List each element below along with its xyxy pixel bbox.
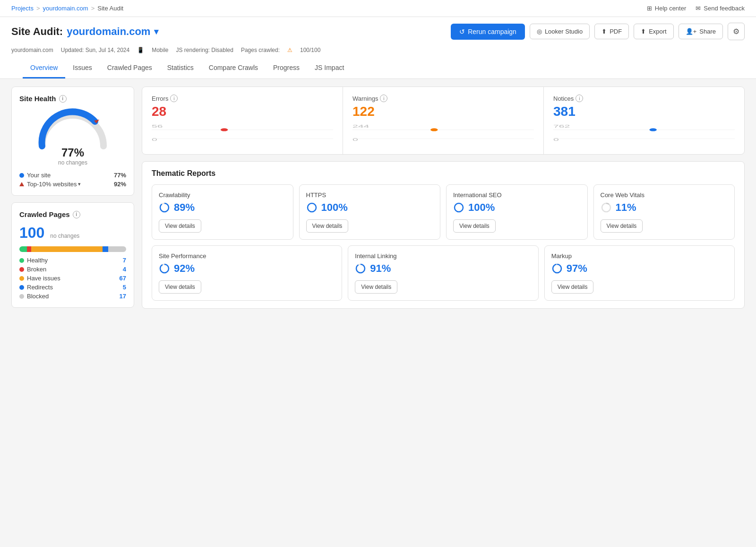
gauge-subtext: no changes [58,159,87,166]
your-site-value: 77% [114,172,126,179]
share-icon: 👤+ [686,28,697,35]
crawled-pages-card: Crawled Pages i 100 no changes Healthy 7… [11,202,134,308]
view-details-button[interactable]: View details [306,219,349,233]
help-center-link[interactable]: ⊞ Help center [647,5,686,12]
stat-info-icon[interactable]: i [380,95,387,102]
svg-point-8 [430,128,438,131]
nav-tab-progress[interactable]: Progress [266,58,307,78]
stat-card: Notices i 381 762 0 [544,87,744,154]
stat-label-text: Notices [553,95,574,102]
nav-tab-compare-crawls[interactable]: Compare Crawls [201,58,266,78]
view-details-button[interactable]: View details [551,280,594,294]
breadcrumb-domain[interactable]: yourdomain.com [43,5,88,12]
svg-point-27 [553,264,561,273]
legend-your-site: Your site 77% [19,172,126,179]
site-health-info-icon[interactable]: i [59,95,67,103]
stat-label-text: Warnings [352,95,378,102]
meta-updated: Updated: Sun, Jul 14, 2024 [61,47,129,53]
export-button[interactable]: ⬆ Export [634,24,674,39]
breadcrumb-sep2: > [91,5,95,12]
top-sites-label[interactable]: Top-10% websites [27,181,77,188]
report-item: HTTPS 100% View details [299,184,441,240]
nav-tab-issues[interactable]: Issues [65,58,99,78]
looker-label: Looker Studio [545,28,583,35]
crawled-pages-info-icon[interactable]: i [73,211,80,218]
meta-js-rendering: JS rendering: Disabled [176,47,233,53]
crawled-legend-item: Healthy 7 [19,257,126,264]
nav-tab-statistics[interactable]: Statistics [160,58,201,78]
header-row: Site Audit: yourdomain.com ▾ ↺ Rerun cam… [11,23,745,40]
header-actions: ↺ Rerun campaign ◎ Looker Studio ⬆ PDF ⬆… [451,23,745,40]
view-details-button[interactable]: View details [159,280,201,294]
gauge-chart [35,108,111,151]
stat-info-icon[interactable]: i [170,95,178,102]
legend-item-value[interactable]: 67 [120,275,126,282]
svg-text:0: 0 [553,137,559,142]
stat-label: Errors i [152,95,333,102]
meta-device: Mobile [152,47,168,53]
svg-text:762: 762 [553,123,570,128]
legend-item-value[interactable]: 17 [120,293,126,300]
stat-label: Warnings i [352,95,534,102]
svg-text:0: 0 [152,137,157,142]
progress-segment [27,246,31,252]
stat-info-icon[interactable]: i [576,95,583,102]
nav-tab-js-impact[interactable]: JS Impact [307,58,352,78]
view-details-button[interactable]: View details [355,280,397,294]
report-name: International SEO [453,191,581,199]
view-details-button[interactable]: View details [453,219,496,233]
crawled-legend-item: Have issues 67 [19,275,126,282]
progress-segment [19,246,27,252]
view-details-button[interactable]: View details [601,219,643,233]
share-button[interactable]: 👤+ Share [679,24,723,39]
rerun-campaign-button[interactable]: ↺ Rerun campaign [451,24,525,40]
progress-segment [103,246,108,252]
gauge-container: 77% no changes [19,108,126,166]
nav-tab-crawled-pages[interactable]: Crawled Pages [100,58,160,78]
domain-dropdown-chevron[interactable]: ▾ [154,26,158,37]
report-percent-value: 92% [174,262,195,275]
breadcrumb-projects[interactable]: Projects [11,5,34,12]
mini-chart: 762 0 [553,123,735,147]
pdf-button[interactable]: ⬆ PDF [594,24,629,39]
report-percent-value: 11% [616,201,636,214]
view-details-button[interactable]: View details [159,219,201,233]
crawled-pages-title-label: Crawled Pages [19,210,70,218]
crawled-count-row: 100 no changes [19,224,126,242]
thematic-reports-title: Thematic Reports [152,169,735,178]
export-label: Export [649,28,667,35]
settings-button[interactable]: ⚙ [728,23,745,40]
nav-tab-overview[interactable]: Overview [23,58,65,78]
legend-item-label: Redirects [27,284,53,291]
report-item: International SEO 100% View details [446,184,588,240]
domain-title[interactable]: yourdomain.com [67,26,150,38]
stat-value: 28 [152,104,333,119]
progress-segment [108,246,126,252]
top-sites-chevron[interactable]: ▾ [78,181,81,187]
report-percent: 11% [601,201,728,214]
mini-chart-svg: 56 0 [152,123,333,142]
site-audit-label: Site Audit: [11,26,63,38]
legend-item-value[interactable]: 7 [123,257,126,264]
device-icon: 📱 [137,47,144,53]
report-name: Markup [551,252,728,260]
main-content: Site Health i 77% no changes [0,79,756,363]
legend-item-label: Blocked [27,293,49,300]
looker-studio-button[interactable]: ◎ Looker Studio [530,24,590,39]
ring-icon [453,202,464,213]
svg-point-19 [455,203,463,212]
send-feedback-link[interactable]: ✉ Send feedback [696,5,745,12]
report-percent-value: 97% [567,262,587,275]
mini-chart: 56 0 [152,123,333,147]
top-sites-icon [19,182,24,186]
legend-item-value[interactable]: 4 [123,266,126,273]
help-center-label: Help center [655,5,686,12]
rerun-label: Rerun campaign [468,28,516,35]
svg-point-20 [602,203,610,212]
header-meta: yourdomain.com Updated: Sun, Jul 14, 202… [11,44,745,58]
legend-item-value[interactable]: 5 [123,284,126,291]
legend-dot [19,258,24,263]
legend-item-label: Have issues [27,275,60,282]
stat-value: 122 [352,104,534,119]
ring-icon [159,202,170,213]
